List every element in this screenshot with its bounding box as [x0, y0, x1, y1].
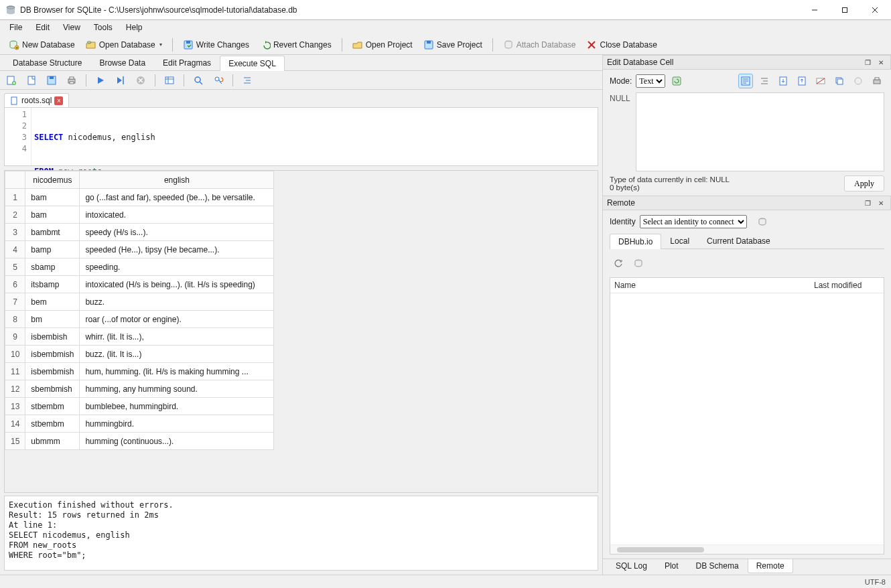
clear-icon[interactable] — [851, 74, 866, 88]
bottom-tab-sql-log[interactable]: SQL Log — [607, 559, 656, 573]
cell-nicodemus[interactable]: bm — [25, 311, 80, 328]
table-row[interactable]: 11isbembmishhum, humming. (lit. H/s is m… — [5, 363, 274, 380]
menu-view[interactable]: View — [56, 21, 87, 33]
cell-nicodemus[interactable]: stbembm — [25, 398, 80, 415]
cell-nicodemus[interactable]: ubmmm — [25, 433, 80, 450]
indent-icon[interactable] — [240, 73, 255, 88]
cell-english[interactable]: roar (...of motor or engine). — [80, 311, 274, 328]
open-project-button[interactable]: Open Project — [348, 37, 417, 53]
cell-english[interactable]: humming (continuous...). — [80, 433, 274, 450]
execution-log[interactable]: Execution finished without errors. Resul… — [4, 496, 598, 571]
cell-nicodemus[interactable]: bem — [25, 293, 80, 311]
export-icon[interactable] — [795, 74, 809, 88]
remote-refresh-icon[interactable] — [611, 256, 626, 271]
identity-settings-icon[interactable] — [755, 214, 770, 229]
remote-db-list[interactable]: Name Last modified — [610, 277, 884, 555]
mode-refresh-icon[interactable] — [669, 74, 684, 88]
cell-english[interactable]: hummingbird. — [80, 415, 274, 433]
table-row[interactable]: 2bamintoxicated. — [5, 206, 274, 224]
sql-editor[interactable]: 1234 SELECT nicodemus, english FROM new_… — [4, 107, 598, 166]
cell-editor[interactable] — [636, 92, 884, 171]
table-row[interactable]: 14stbembmhummingbird. — [5, 415, 274, 433]
sql-file-tab[interactable]: roots.sql × — [4, 93, 69, 107]
menu-edit[interactable]: Edit — [29, 21, 56, 33]
bottom-tab-plot[interactable]: Plot — [656, 559, 687, 573]
save-project-button[interactable]: Save Project — [419, 37, 487, 53]
close-remote-icon[interactable]: ✕ — [876, 198, 886, 208]
cell-english[interactable]: hum, humming. (lit. H/s is making hummin… — [80, 363, 274, 380]
save-results-icon[interactable] — [162, 73, 177, 88]
cell-nicodemus[interactable]: sbamp — [25, 259, 80, 276]
remote-push-icon[interactable] — [631, 256, 646, 271]
cell-nicodemus[interactable]: bambmt — [25, 224, 80, 241]
new-database-button[interactable]: ★ New Database — [4, 37, 80, 53]
cell-nicodemus[interactable]: bam — [25, 189, 80, 206]
cell-english[interactable]: go (...fast and far), speeded (be...), b… — [80, 189, 274, 206]
menu-tools[interactable]: Tools — [87, 21, 119, 33]
cell-nicodemus[interactable]: sbembmish — [25, 380, 80, 398]
bottom-tab-remote[interactable]: Remote — [748, 559, 793, 573]
save-sql-icon[interactable] — [44, 73, 59, 88]
table-row[interactable]: 6itsbampintoxicated (H/s is being...). (… — [5, 276, 274, 293]
table-row[interactable]: 1bamgo (...fast and far), speeded (be...… — [5, 189, 274, 206]
remote-scrollbar[interactable] — [610, 544, 884, 554]
identity-select[interactable]: Select an identity to connect — [640, 215, 747, 228]
attach-database-button[interactable]: Attach Database — [498, 37, 581, 53]
write-changes-button[interactable]: Write Changes — [178, 37, 254, 53]
print-cell-icon[interactable] — [870, 74, 884, 88]
table-row[interactable]: 3bambmtspeedy (H/s is...). — [5, 224, 274, 241]
open-sql-file-icon[interactable] — [24, 73, 39, 88]
cell-nicodemus[interactable]: stbembm — [25, 415, 80, 433]
sql-code[interactable]: SELECT nicodemus, english FROM new_roots… — [31, 108, 598, 165]
cell-english[interactable]: intoxicated (H/s is being...). (lit. H/s… — [80, 276, 274, 293]
cell-english[interactable]: intoxicated. — [80, 206, 274, 224]
cell-nicodemus[interactable]: isbembmish — [25, 363, 80, 380]
cell-english[interactable]: speeding. — [80, 259, 274, 276]
table-row[interactable]: 12sbembmishhumming, any humming sound. — [5, 380, 274, 398]
remote-tab-dbhub[interactable]: DBHub.io — [610, 234, 661, 249]
apply-button[interactable]: Apply — [844, 175, 884, 192]
minimize-button[interactable] — [799, 0, 829, 20]
cell-english[interactable]: speeded (He...), tipsy (He became...). — [80, 241, 274, 259]
encoding-indicator[interactable]: UTF-8 — [865, 578, 886, 586]
cell-english[interactable]: buzz. (lit. It is...) — [80, 346, 274, 363]
remote-col-modified[interactable]: Last modified — [810, 278, 884, 293]
print-icon[interactable] — [64, 73, 79, 88]
revert-changes-button[interactable]: Revert Changes — [255, 37, 336, 53]
remote-col-name[interactable]: Name — [610, 278, 810, 293]
cell-english[interactable]: speedy (H/s is...). — [80, 224, 274, 241]
import-icon[interactable] — [776, 74, 791, 88]
cell-english[interactable]: buzz. — [80, 293, 274, 311]
remote-tab-local[interactable]: Local — [661, 233, 698, 248]
table-row[interactable]: 4bampspeeded (He...), tipsy (He became..… — [5, 241, 274, 259]
cell-nicodemus[interactable]: isbembish — [25, 328, 80, 346]
table-row[interactable]: 9isbembishwhirr. (lit. It is...), — [5, 328, 274, 346]
tab-execute-sql[interactable]: Execute SQL — [220, 56, 285, 71]
new-sql-tab-icon[interactable] — [4, 73, 19, 88]
table-row[interactable]: 10isbembmishbuzz. (lit. It is...) — [5, 346, 274, 363]
table-row[interactable]: 5sbampspeeding. — [5, 259, 274, 276]
rtl-view-icon[interactable] — [757, 74, 772, 88]
mode-select[interactable]: Text — [636, 74, 665, 88]
tab-database-structure[interactable]: Database Structure — [4, 55, 90, 70]
find-icon[interactable] — [191, 73, 206, 88]
remote-tab-current[interactable]: Current Database — [698, 233, 779, 248]
copy-icon[interactable] — [832, 74, 847, 88]
undock-icon[interactable]: ❐ — [862, 57, 873, 68]
close-database-button[interactable]: Close Database — [581, 37, 661, 53]
table-row[interactable]: 8bmroar (...of motor or engine). — [5, 311, 274, 328]
menu-help[interactable]: Help — [119, 21, 149, 33]
bottom-tab-db-schema[interactable]: DB Schema — [687, 559, 748, 573]
cell-nicodemus[interactable]: bam — [25, 206, 80, 224]
text-view-icon[interactable] — [738, 74, 753, 88]
maximize-button[interactable] — [829, 0, 860, 20]
close-dock-icon[interactable]: ✕ — [876, 57, 886, 68]
execute-icon[interactable] — [93, 73, 108, 88]
stop-icon[interactable] — [133, 73, 148, 88]
cell-english[interactable]: whirr. (lit. It is...), — [80, 328, 274, 346]
results-grid[interactable]: nicodemus english 1bamgo (...fast and fa… — [4, 170, 598, 493]
open-database-button[interactable]: Open Database ▾ — [81, 37, 167, 53]
tab-edit-pragmas[interactable]: Edit Pragmas — [154, 55, 220, 70]
cell-nicodemus[interactable]: isbembmish — [25, 346, 80, 363]
undock-remote-icon[interactable]: ❐ — [862, 198, 873, 208]
